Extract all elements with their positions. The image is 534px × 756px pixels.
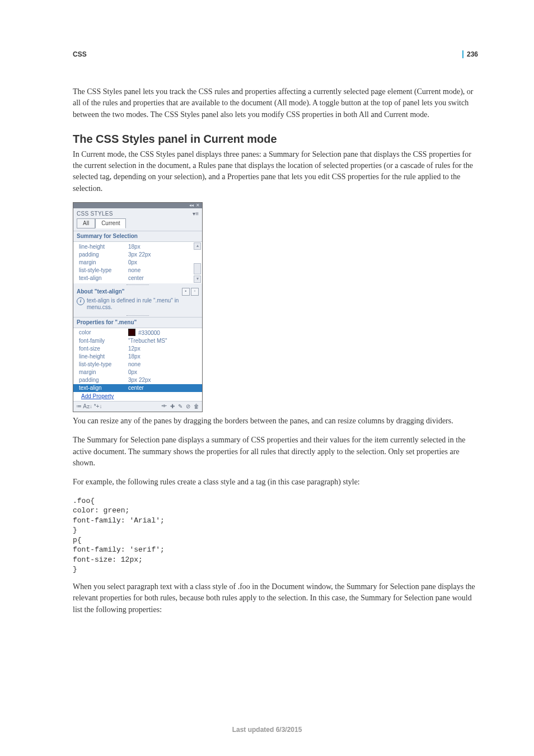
properties-header: Properties for ".menu": [73, 317, 202, 328]
section-label: CSS: [73, 50, 87, 58]
property-row[interactable]: list-style-typenone: [73, 361, 202, 368]
scroll-thumb[interactable]: [194, 263, 201, 274]
property-row[interactable]: color#330000: [73, 328, 202, 337]
intro-paragraph: The CSS Styles panel lets you track the …: [73, 86, 478, 120]
mode-description: In Current mode, the CSS Styles panel di…: [73, 149, 478, 194]
property-row-selected[interactable]: text-aligncenter: [73, 384, 202, 392]
panel-footer: ≔ Aᴢ↓ *+↓ ⬲ ✚ ✎ ⊘ 🗑: [73, 401, 202, 412]
summary-row[interactable]: margin0px: [73, 259, 194, 267]
properties-list: color#330000 font-family"Trebuchet MS" f…: [73, 328, 202, 401]
show-rules-icon[interactable]: ▫: [191, 288, 199, 296]
example-followup: When you select paragraph text with a cl…: [73, 581, 478, 615]
add-property-link[interactable]: Add Property: [73, 392, 202, 401]
property-row[interactable]: margin0px: [73, 368, 202, 376]
summary-row[interactable]: line-height18px: [73, 243, 194, 251]
summary-explain: The Summary for Selection pane displays …: [73, 435, 478, 469]
scroll-up-icon[interactable]: ▴: [194, 242, 201, 250]
property-row[interactable]: font-size12px: [73, 345, 202, 353]
edit-rule-icon[interactable]: ✎: [178, 403, 182, 410]
summary-row[interactable]: padding3px 22px: [73, 251, 194, 259]
property-row[interactable]: line-height18px: [73, 353, 202, 361]
summary-list: line-height18px padding3px 22px margin0p…: [73, 242, 202, 283]
css-styles-panel: ◂◂ ✕ CSS STYLES ▾≡ All Current Summary f…: [73, 202, 203, 412]
close-icon[interactable]: ✕: [196, 203, 200, 208]
attach-stylesheet-icon[interactable]: ⬲: [161, 403, 167, 410]
resize-note: You can resize any of the panes by dragg…: [73, 416, 478, 427]
tab-current[interactable]: Current: [95, 218, 126, 228]
section-heading: The CSS Styles panel in Current mode: [73, 133, 478, 146]
new-rule-icon[interactable]: ✚: [170, 403, 175, 410]
show-cascade-icon[interactable]: ▪: [182, 288, 190, 296]
panel-titlebar[interactable]: ◂◂ ✕: [73, 203, 202, 208]
view-mode-buttons[interactable]: ≔ Aᴢ↓ *+↓: [76, 403, 102, 410]
summary-header: Summary for Selection: [73, 231, 202, 242]
property-row[interactable]: font-family"Trebuchet MS": [73, 337, 202, 345]
summary-row[interactable]: text-aligncenter: [73, 274, 194, 282]
disable-icon[interactable]: ⊘: [186, 403, 190, 410]
collapse-icon[interactable]: ◂◂: [189, 203, 194, 208]
summary-row[interactable]: list-style-typenone: [73, 267, 194, 274]
panel-menu-icon[interactable]: ▾≡: [193, 211, 199, 217]
code-block: .foo{ color: green; font-family: 'Arial'…: [73, 496, 478, 575]
trash-icon[interactable]: 🗑: [194, 403, 199, 410]
last-updated: Last updated 6/3/2015: [0, 726, 534, 734]
example-intro: For example, the following rules create …: [73, 477, 478, 488]
color-swatch[interactable]: [128, 329, 135, 336]
tab-all[interactable]: All: [77, 218, 95, 228]
about-body: i text-align is defined in rule ".menu" …: [73, 296, 202, 314]
info-icon: i: [77, 297, 85, 305]
property-row[interactable]: padding3px 22px: [73, 376, 202, 384]
scroll-down-icon[interactable]: ▾: [194, 276, 201, 283]
about-header: About "text-align" ▪ ▫: [73, 286, 202, 296]
panel-title: CSS STYLES: [77, 211, 113, 217]
page-number: 236: [462, 50, 478, 58]
